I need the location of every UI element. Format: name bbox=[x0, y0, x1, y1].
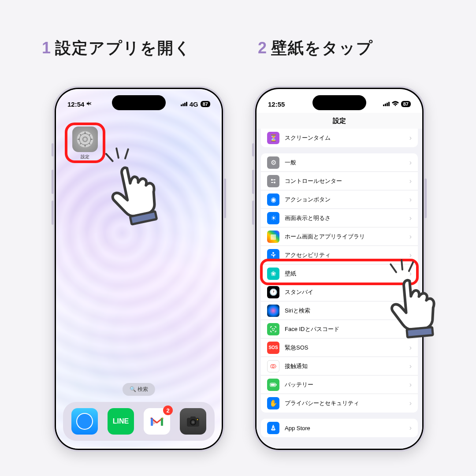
status-time: 12:55 bbox=[268, 100, 285, 108]
nav-title: 設定 bbox=[257, 113, 422, 129]
phone-volume-up bbox=[252, 170, 254, 194]
settings-row-display[interactable]: ☀ 画面表示と明るさ › bbox=[261, 209, 418, 227]
battery-badge: 87 bbox=[401, 101, 411, 107]
svg-point-21 bbox=[272, 252, 274, 254]
battery-icon bbox=[267, 379, 279, 391]
settings-row-actionbutton[interactable]: ◉ アクションボタン › bbox=[261, 190, 418, 209]
mute-icon bbox=[86, 100, 92, 108]
row-label: 接触通知 bbox=[285, 362, 409, 370]
search-label: 検索 bbox=[138, 386, 148, 392]
chevron-right-icon: › bbox=[409, 214, 412, 222]
row-label: コントロールセンター bbox=[285, 177, 409, 185]
settings-row-screentime[interactable]: ⏳ スクリーンタイム › bbox=[261, 129, 418, 147]
row-label: アクションボタン bbox=[285, 196, 409, 204]
search-icon: 🔍 bbox=[130, 386, 138, 392]
chevron-right-icon: › bbox=[409, 399, 412, 407]
row-label: スクリーンタイム bbox=[285, 134, 409, 142]
row-label: App Store bbox=[285, 425, 409, 431]
wifi-icon bbox=[392, 100, 399, 108]
settings-row-exposure[interactable]: 接触通知 › bbox=[261, 357, 418, 376]
svg-rect-28 bbox=[271, 383, 275, 386]
line-app-icon[interactable]: LINE bbox=[108, 408, 134, 435]
phone-mockup-1: 12:54 4G 87 設定 🔍 検索 bbox=[53, 86, 225, 452]
siri-icon bbox=[267, 305, 279, 317]
appstore-icon bbox=[267, 422, 279, 434]
phone-volume-down bbox=[252, 201, 254, 225]
step-2-number: 2 bbox=[258, 39, 268, 57]
row-label: 一般 bbox=[285, 159, 409, 167]
hand-icon: ✋ bbox=[267, 397, 279, 409]
settings-row-controlcenter[interactable]: コントロールセンター › bbox=[261, 172, 418, 190]
svg-point-22 bbox=[272, 328, 273, 329]
phone-volume-up bbox=[52, 170, 54, 194]
chevron-right-icon: › bbox=[409, 134, 412, 142]
gear-icon: ⚙ bbox=[267, 156, 279, 169]
chevron-right-icon: › bbox=[409, 196, 412, 204]
settings-row-battery[interactable]: バッテリー › bbox=[261, 376, 418, 394]
dynamic-island bbox=[312, 95, 366, 110]
phone-side-button bbox=[252, 143, 254, 156]
faceid-icon bbox=[267, 323, 279, 335]
exposure-icon bbox=[267, 360, 279, 372]
svg-rect-29 bbox=[407, 327, 433, 337]
row-label: アクセシビリティ bbox=[285, 251, 409, 259]
accessibility-icon bbox=[267, 249, 279, 261]
step-1-text: 設定アプリを開く bbox=[55, 39, 191, 57]
step-1-title: 1設定アプリを開く bbox=[42, 37, 191, 59]
svg-point-17 bbox=[271, 179, 273, 181]
phone-side-button bbox=[52, 143, 54, 156]
svg-point-13 bbox=[192, 421, 194, 424]
chevron-right-icon: › bbox=[409, 362, 412, 370]
svg-rect-9 bbox=[161, 418, 163, 426]
signal-icon bbox=[181, 102, 187, 106]
dock: LINE 2 bbox=[63, 402, 215, 441]
gmail-badge: 2 bbox=[163, 405, 173, 415]
phone-power-button bbox=[224, 178, 226, 218]
settings-row-appstore[interactable]: App Store › bbox=[261, 419, 418, 437]
settings-row-privacy[interactable]: ✋ プライバシーとセキュリティ › bbox=[261, 394, 418, 413]
settings-row-accessibility[interactable]: アクセシビリティ › bbox=[261, 246, 418, 264]
toggles-icon bbox=[267, 175, 279, 187]
gmail-app-icon[interactable]: 2 bbox=[144, 408, 170, 435]
chevron-right-icon: › bbox=[409, 424, 412, 432]
safari-app-icon[interactable] bbox=[71, 408, 98, 435]
settings-row-homescreen[interactable]: ▦ ホーム画面とアプリライブラリ › bbox=[261, 227, 418, 246]
settings-row-general[interactable]: ⚙ 一般 › bbox=[261, 153, 418, 172]
highlight-settings-app bbox=[65, 123, 105, 163]
signal-icon bbox=[383, 102, 390, 106]
row-label: プライバシーとセキュリティ bbox=[285, 399, 409, 407]
battery-badge: 87 bbox=[201, 101, 210, 107]
clock-icon: 🕐 bbox=[267, 286, 279, 298]
line-label: LINE bbox=[113, 417, 129, 425]
chevron-right-icon: › bbox=[409, 159, 412, 167]
tap-cursor-icon bbox=[380, 261, 466, 347]
chevron-right-icon: › bbox=[409, 233, 412, 241]
phone-volume-down bbox=[52, 201, 54, 225]
network-label: 4G bbox=[190, 100, 198, 108]
step-2-title: 2壁紙をタップ bbox=[258, 37, 373, 59]
step-2-text: 壁紙をタップ bbox=[271, 39, 373, 57]
sos-icon: SOS bbox=[267, 342, 279, 354]
status-time: 12:54 bbox=[67, 100, 84, 108]
step-1-number: 1 bbox=[42, 39, 52, 57]
brightness-icon: ☀ bbox=[267, 212, 279, 224]
chevron-right-icon: › bbox=[409, 381, 412, 389]
dynamic-island bbox=[112, 95, 166, 110]
spotlight-search[interactable]: 🔍 検索 bbox=[123, 383, 155, 396]
tap-cursor-icon bbox=[96, 142, 190, 236]
svg-point-23 bbox=[274, 328, 275, 329]
svg-rect-27 bbox=[276, 384, 277, 386]
flower-icon: ❀ bbox=[267, 268, 279, 280]
screentime-icon: ⏳ bbox=[267, 132, 279, 144]
chevron-right-icon: › bbox=[409, 251, 412, 259]
grid-icon: ▦ bbox=[267, 231, 279, 243]
svg-rect-14 bbox=[190, 416, 196, 419]
camera-app-icon[interactable] bbox=[180, 408, 206, 435]
svg-rect-18 bbox=[273, 179, 275, 180]
svg-point-15 bbox=[197, 419, 198, 420]
action-icon: ◉ bbox=[267, 193, 279, 206]
svg-rect-20 bbox=[271, 182, 273, 183]
svg-point-19 bbox=[274, 182, 275, 183]
row-label: 画面表示と明るさ bbox=[285, 214, 409, 222]
svg-rect-8 bbox=[151, 418, 153, 426]
